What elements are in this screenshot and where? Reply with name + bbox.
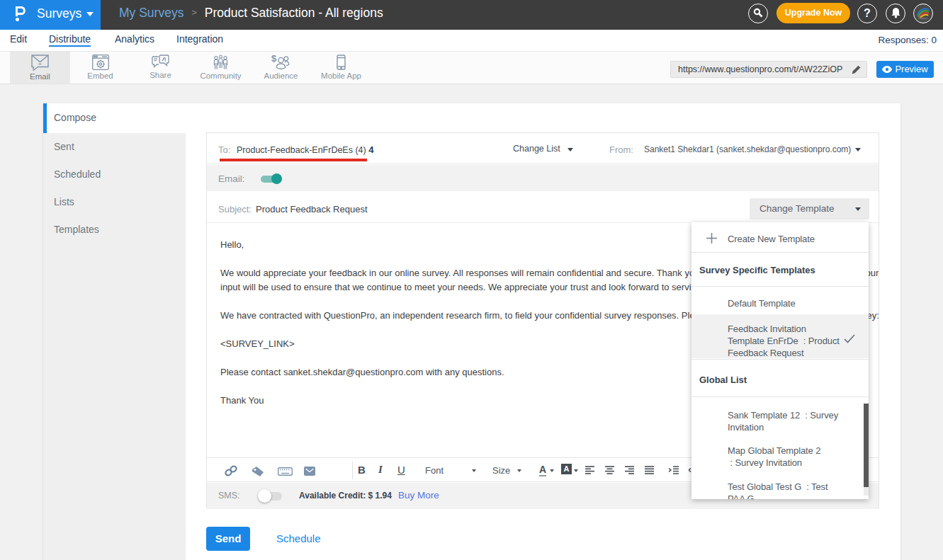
svg-text:$: $ [271,55,277,64]
